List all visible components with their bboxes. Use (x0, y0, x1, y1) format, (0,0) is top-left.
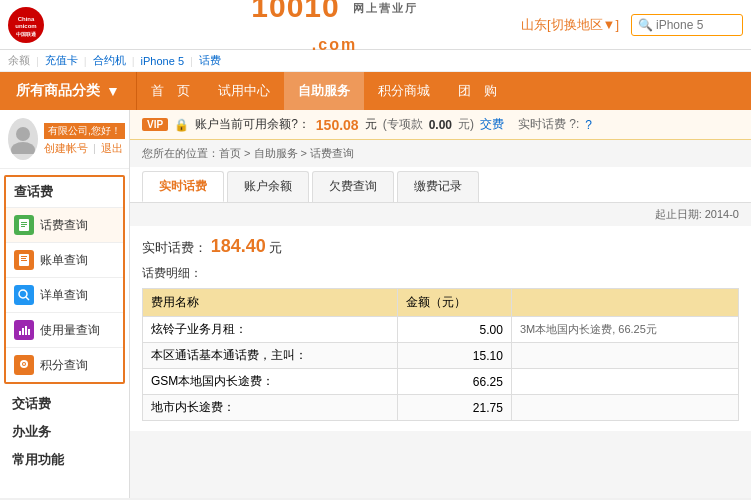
svg-point-14 (19, 290, 27, 298)
svg-rect-7 (21, 222, 27, 223)
sidebar-item-label-points: 积分查询 (40, 357, 88, 374)
fee-amount: 21.75 (398, 395, 512, 421)
user-links: 创建帐号 | 退出 (44, 141, 125, 156)
bill-icon (14, 250, 34, 270)
svg-point-4 (16, 127, 30, 141)
fee-query-icon (14, 215, 34, 235)
vip-icon: 🔒 (174, 118, 189, 132)
svg-rect-13 (21, 260, 27, 261)
region-text: 山东[切换地区▼] (521, 16, 619, 34)
date-range: 起止日期: 2014-0 (130, 203, 751, 226)
sidebar-item-points[interactable]: 积分查询 (6, 348, 123, 382)
search-input[interactable] (656, 18, 736, 32)
fee-note (511, 343, 738, 369)
table-row: 地市内长途费： 21.75 (143, 395, 739, 421)
sidebar-other-sections: 交话费 办业务 常用功能 (4, 390, 125, 474)
sidebar-item-fee-query[interactable]: 话费查询 (6, 208, 123, 243)
subheader-sep: | (36, 55, 39, 67)
fee-note: 3M本地国内长途费, 66.25元 (511, 317, 738, 343)
table-row: 炫铃子业务月租： 5.00 3M本地国内长途费, 66.25元 (143, 317, 739, 343)
user-area: 有限公司,您好！ 创建帐号 | 退出 (0, 110, 129, 169)
fee-name: 炫铃子业务月租： (143, 317, 398, 343)
nav-groupbuy[interactable]: 团 购 (444, 72, 511, 110)
content: VIP 🔒 账户当前可用余额?： 150.08 元 (专项款 0.00 元) 交… (130, 110, 751, 498)
sidebar-item-label-detail: 详单查询 (40, 287, 88, 304)
user-info: 有限公司,您好！ 创建帐号 | 退出 (44, 123, 125, 156)
points-icon (14, 355, 34, 375)
sidebar-section-title: 查话费 (6, 177, 123, 208)
header: China unicom 中国联通 10010 网上营业厅.com 山东[切换地… (0, 0, 751, 50)
tab-realtime-fee[interactable]: 实时话费 (142, 171, 224, 202)
nav-trial[interactable]: 试用中心 (204, 72, 284, 110)
sidebar-fee-section: 查话费 话费查询 账单查询 详单查询 (4, 175, 125, 384)
tab-balance[interactable]: 账户余额 (227, 171, 309, 202)
prepaid-unit: 元) (458, 116, 474, 133)
prepaid-label: (专项款 (383, 116, 423, 133)
detail-icon (14, 285, 34, 305)
table-row: GSM本地国内长途费： 66.25 (143, 369, 739, 395)
realtime-fee-display: 实时话费： 184.40 元 (142, 236, 739, 257)
svg-rect-19 (28, 329, 30, 335)
logout-link[interactable]: 退出 (101, 142, 123, 154)
fee-name: 本区通话基本通话费，主叫： (143, 343, 398, 369)
nav-home[interactable]: 首 页 (137, 72, 204, 110)
subheader-recharge[interactable]: 充值卡 (45, 53, 78, 68)
svg-rect-8 (21, 224, 27, 225)
sidebar-group-business[interactable]: 办业务 (4, 418, 125, 446)
svg-rect-17 (22, 328, 24, 335)
fee-note (511, 395, 738, 421)
col-header-amount: 金额（元） (398, 289, 512, 317)
svg-rect-16 (19, 331, 21, 335)
svg-line-15 (26, 297, 29, 300)
realtime-fee-amount: 184.40 (211, 236, 266, 256)
search-icon: 🔍 (638, 18, 653, 32)
balance-unit: 元 (365, 116, 377, 133)
categories-label: 所有商品分类 (16, 82, 100, 100)
tab-arrears[interactable]: 欠费查询 (312, 171, 394, 202)
nav-selfservice[interactable]: 自助服务 (284, 72, 364, 110)
exchange-link[interactable]: 交费 (480, 116, 504, 133)
dropdown-icon: ▼ (106, 83, 120, 99)
region-area[interactable]: 山东[切换地区▼] (521, 16, 619, 34)
sidebar-item-bill[interactable]: 账单查询 (6, 243, 123, 278)
svg-text:中国联通: 中国联通 (16, 31, 37, 37)
prepaid-amount: 0.00 (429, 118, 452, 132)
col-header-note (511, 289, 738, 317)
search-box: 🔍 (631, 14, 743, 36)
fee-amount: 15.10 (398, 343, 512, 369)
sidebar-group-common[interactable]: 常用功能 (4, 446, 125, 474)
company-name: 有限公司,您好！ (44, 123, 125, 139)
usage-icon (14, 320, 34, 340)
sidebar-item-label-fee: 话费查询 (40, 217, 88, 234)
sidebar: 有限公司,您好！ 创建帐号 | 退出 查话费 话费查询 账单查询 (0, 110, 130, 498)
detail-title: 话费明细： (142, 265, 739, 282)
svg-text:China: China (18, 16, 35, 22)
nav-items: 首 页 试用中心 自助服务 积分商城 团 购 (137, 72, 751, 110)
subheader-contract[interactable]: 合约机 (93, 53, 126, 68)
vip-badge: VIP (142, 118, 168, 131)
sidebar-group-exchange[interactable]: 交话费 (4, 390, 125, 418)
sidebar-item-detail[interactable]: 详单查询 (6, 278, 123, 313)
subheader-fee[interactable]: 话费 (199, 53, 221, 68)
navbar: 所有商品分类 ▼ 首 页 试用中心 自助服务 积分商城 团 购 (0, 72, 751, 110)
realtime-fee-unit: 元 (269, 240, 282, 255)
sidebar-item-usage[interactable]: 使用量查询 (6, 313, 123, 348)
sidebar-item-label-bill: 账单查询 (40, 252, 88, 269)
realtime-fee-label: 实时话费： (142, 240, 207, 255)
realtime-question[interactable]: ? (585, 118, 592, 132)
tabs: 实时话费 账户余额 欠费查询 缴费记录 (130, 167, 751, 203)
fee-amount: 66.25 (398, 369, 512, 395)
nav-points[interactable]: 积分商城 (364, 72, 444, 110)
svg-text:unicom: unicom (15, 23, 36, 29)
realtime-label: 实时话费 ?: (518, 116, 579, 133)
subheader-sep4: | (190, 55, 193, 67)
svg-rect-12 (21, 258, 26, 259)
subheader-label: 余额 (8, 53, 30, 68)
unicom-logo-icon: China unicom 中国联通 (8, 7, 44, 43)
svg-point-5 (11, 142, 35, 154)
create-account-link[interactable]: 创建帐号 (44, 142, 88, 154)
all-categories-button[interactable]: 所有商品分类 ▼ (0, 72, 137, 110)
subheader-iphone[interactable]: iPhone 5 (141, 55, 184, 67)
sidebar-item-label-usage: 使用量查询 (40, 322, 100, 339)
tab-payment-history[interactable]: 缴费记录 (397, 171, 479, 202)
